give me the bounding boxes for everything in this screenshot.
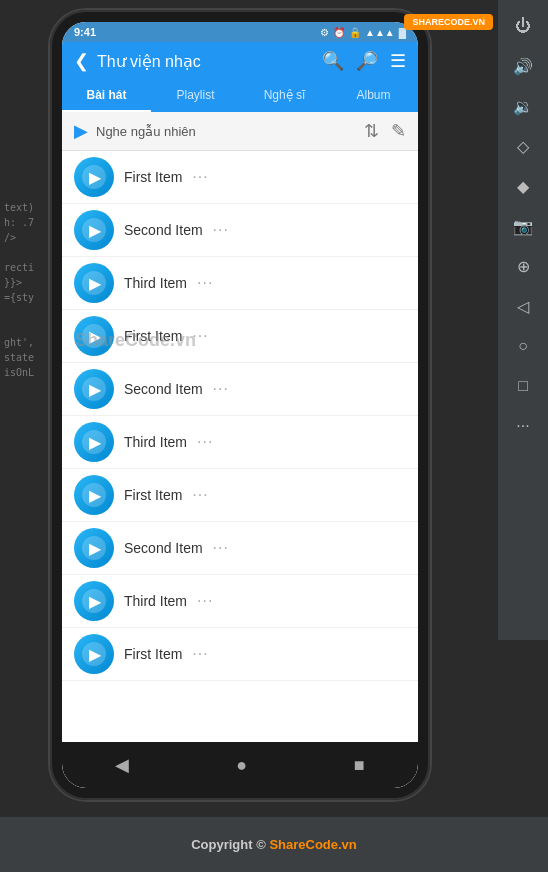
- song-thumbnail: ▶: [74, 528, 114, 568]
- app-bar-icons: 🔍 🔎 ☰: [322, 50, 406, 72]
- list-item[interactable]: ▶ First Item ···: [62, 310, 418, 363]
- more-icon[interactable]: ···: [192, 645, 208, 663]
- more-icon[interactable]: ···: [192, 327, 208, 345]
- tab-artist[interactable]: Nghệ sĩ: [240, 80, 329, 112]
- song-thumbnail: ▶: [74, 422, 114, 462]
- song-title: Third Item: [124, 275, 187, 291]
- song-thumbnail: ▶: [74, 210, 114, 250]
- more-icon[interactable]: ···: [213, 380, 229, 398]
- song-title: Second Item: [124, 381, 203, 397]
- song-title: First Item: [124, 487, 182, 503]
- list-item[interactable]: ▶ First Item ···: [62, 628, 418, 681]
- song-thumbnail: ▶: [74, 581, 114, 621]
- square-icon[interactable]: □: [505, 368, 541, 404]
- shuffle-row: ▶ Nghe ngẫu nhiên ⇅ ✎: [62, 112, 418, 151]
- diamond-fill-icon[interactable]: ◆: [505, 168, 541, 204]
- song-thumbnail: ▶: [74, 263, 114, 303]
- volume-down-icon[interactable]: 🔉: [505, 88, 541, 124]
- list-item[interactable]: ▶ Second Item ···: [62, 363, 418, 416]
- song-thumbnail: ▶: [74, 475, 114, 515]
- play-icon: ▶: [89, 433, 101, 452]
- nav-recent-button[interactable]: ■: [338, 751, 381, 780]
- tab-bar: Bài hát Playlist Nghệ sĩ Album: [62, 80, 418, 112]
- play-icon: ▶: [89, 274, 101, 293]
- list-item[interactable]: ▶ Third Item ···: [62, 575, 418, 628]
- nav-home-button[interactable]: ●: [220, 751, 263, 780]
- shuffle-play-icon: ▶: [74, 120, 88, 142]
- more-options-icon[interactable]: ···: [505, 408, 541, 444]
- list-item[interactable]: ▶ Third Item ···: [62, 257, 418, 310]
- list-item[interactable]: ▶ Second Item ···: [62, 204, 418, 257]
- more-icon[interactable]: ···: [213, 539, 229, 557]
- shuffle-right: ⇅ ✎: [364, 120, 406, 142]
- back-arrow-icon[interactable]: ◁: [505, 288, 541, 324]
- brand-name: ShareCode.vn: [269, 837, 356, 852]
- song-title: First Item: [124, 646, 182, 662]
- zoom-button[interactable]: 🔎: [356, 50, 378, 72]
- more-icon[interactable]: ···: [197, 274, 213, 292]
- play-icon: ▶: [89, 539, 101, 558]
- signal-icon: ▲▲▲: [365, 27, 395, 38]
- app-bar: ❮ Thư viện nhạc 🔍 🔎 ☰: [62, 42, 418, 80]
- list-item[interactable]: ▶ Second Item ···: [62, 522, 418, 575]
- play-icon: ▶: [89, 592, 101, 611]
- search-button[interactable]: 🔍: [322, 50, 344, 72]
- settings-status-icon: ⚙: [320, 27, 329, 38]
- song-list: ▶ First Item ··· ▶ Second Item ··· ▶ Thi…: [62, 151, 418, 742]
- more-icon[interactable]: ···: [192, 486, 208, 504]
- status-time: 9:41: [74, 26, 96, 38]
- circle-icon[interactable]: ○: [505, 328, 541, 364]
- song-title: Second Item: [124, 540, 203, 556]
- song-title: Second Item: [124, 222, 203, 238]
- play-icon: ▶: [89, 168, 101, 187]
- list-item[interactable]: ▶ Third Item ···: [62, 416, 418, 469]
- sharecode-badge: SHARECODE.VN: [404, 14, 493, 30]
- play-icon: ▶: [89, 327, 101, 346]
- song-title: Third Item: [124, 434, 187, 450]
- song-title: First Item: [124, 328, 182, 344]
- menu-button[interactable]: ☰: [390, 50, 406, 72]
- status-icons: ⚙ ⏰ 🔒 ▲▲▲ ▓: [320, 27, 406, 38]
- sort-icon[interactable]: ⇅: [364, 120, 379, 142]
- song-thumbnail: ▶: [74, 157, 114, 197]
- volume-up-icon[interactable]: 🔊: [505, 48, 541, 84]
- copyright-bar: Copyright © ShareCode.vn: [0, 817, 548, 872]
- song-thumbnail: ▶: [74, 634, 114, 674]
- lock-status-icon: 🔒: [349, 27, 361, 38]
- list-item[interactable]: ▶ First Item ···: [62, 469, 418, 522]
- right-toolbar: ⏻ 🔊 🔉 ◇ ◆ 📷 ⊕ ◁ ○ □ ···: [498, 0, 548, 640]
- play-icon: ▶: [89, 221, 101, 240]
- app-title: Thư viện nhạc: [97, 52, 314, 71]
- alarm-status-icon: ⏰: [333, 27, 345, 38]
- more-icon[interactable]: ···: [192, 168, 208, 186]
- status-bar: 9:41 ⚙ ⏰ 🔒 ▲▲▲ ▓: [62, 22, 418, 42]
- copyright-text: Copyright © ShareCode.vn: [191, 837, 357, 852]
- song-thumbnail: ▶: [74, 369, 114, 409]
- power-icon[interactable]: ⏻: [505, 8, 541, 44]
- song-thumbnail: ▶: [74, 316, 114, 356]
- nav-back-button[interactable]: ◀: [99, 750, 145, 780]
- back-button[interactable]: ❮: [74, 50, 89, 72]
- nav-bar: ◀ ● ■: [62, 742, 418, 788]
- edit-icon[interactable]: ✎: [391, 120, 406, 142]
- song-title: First Item: [124, 169, 182, 185]
- play-icon: ▶: [89, 486, 101, 505]
- play-icon: ▶: [89, 645, 101, 664]
- tab-album[interactable]: Album: [329, 80, 418, 112]
- more-icon[interactable]: ···: [197, 592, 213, 610]
- song-title: Third Item: [124, 593, 187, 609]
- play-icon: ▶: [89, 380, 101, 399]
- diamond-outline-icon[interactable]: ◇: [505, 128, 541, 164]
- tab-songs[interactable]: Bài hát: [62, 80, 151, 112]
- more-icon[interactable]: ···: [197, 433, 213, 451]
- phone-frame: 9:41 ⚙ ⏰ 🔒 ▲▲▲ ▓ ❮ Thư viện nhạc 🔍 🔎 ☰ B…: [50, 10, 430, 800]
- more-icon[interactable]: ···: [213, 221, 229, 239]
- phone-screen: 9:41 ⚙ ⏰ 🔒 ▲▲▲ ▓ ❮ Thư viện nhạc 🔍 🔎 ☰ B…: [62, 22, 418, 788]
- list-item[interactable]: ▶ First Item ···: [62, 151, 418, 204]
- zoom-in-icon[interactable]: ⊕: [505, 248, 541, 284]
- tab-playlist[interactable]: Playlist: [151, 80, 240, 112]
- shuffle-label[interactable]: Nghe ngẫu nhiên: [96, 124, 196, 139]
- camera-icon[interactable]: 📷: [505, 208, 541, 244]
- shuffle-left: ▶ Nghe ngẫu nhiên: [74, 120, 196, 142]
